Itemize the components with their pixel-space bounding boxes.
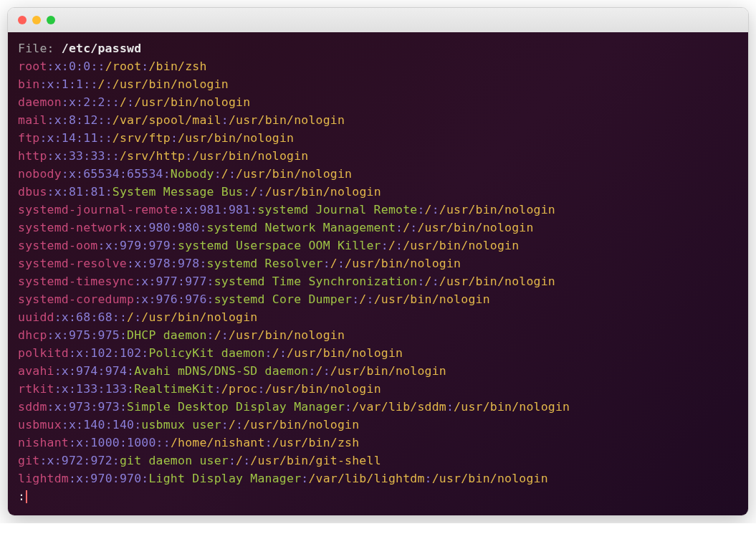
field-shell: /usr/bin/nologin [417, 221, 533, 234]
field-home: / [359, 292, 366, 306]
field-gid: 1 [76, 77, 83, 91]
field-uid: 980 [148, 221, 170, 234]
field-user: nishant [18, 436, 69, 449]
prompt-char: : [18, 490, 25, 503]
passwd-entry: systemd-journal-remote:x:981:981:systemd… [18, 201, 738, 219]
passwd-entry: root:x:0:0::/root:/bin/zsh [18, 57, 738, 75]
field-shell: /usr/bin/nologin [439, 203, 555, 216]
field-uid: 977 [156, 275, 178, 288]
field-passwd: x [141, 275, 148, 288]
field-shell: /usr/bin/nologin [192, 149, 308, 163]
field-home: / [98, 77, 105, 91]
field-home: /var/lib/sddm [352, 400, 446, 414]
field-shell: /usr/bin/nologin [178, 131, 294, 145]
passwd-entry: nobody:x:65534:65534:Nobody:/:/usr/bin/n… [18, 165, 738, 183]
field-uid: 140 [83, 418, 105, 432]
field-user: avahi [18, 364, 54, 378]
field-home: / [316, 364, 323, 378]
field-uid: 81 [69, 185, 83, 199]
field-passwd: x [76, 472, 83, 485]
field-uid: 14 [62, 131, 76, 145]
field-gid: 11 [83, 131, 97, 145]
field-shell: /bin/zsh [148, 59, 206, 73]
passwd-entry: http:x:33:33::/srv/http:/usr/bin/nologin [18, 147, 738, 165]
field-passwd: x [69, 418, 76, 432]
field-shell: /usr/bin/nologin [236, 167, 352, 181]
passwd-entry: systemd-oom:x:979:979:systemd Userspace … [18, 237, 738, 254]
field-uid: 974 [76, 364, 97, 378]
field-uid: 970 [90, 472, 112, 485]
passwd-entry: usbmux:x:140:140:usbmux user:/:/usr/bin/… [18, 416, 738, 434]
field-passwd: x [54, 400, 62, 414]
field-home: /var/lib/lightdm [308, 472, 424, 485]
field-uid: 133 [76, 382, 97, 396]
passwd-entry: rtkit:x:133:133:RealtimeKit:/proc:/usr/b… [18, 380, 738, 398]
field-home: / [388, 239, 396, 252]
field-uid: 102 [90, 346, 112, 360]
field-shell: /usr/bin/nologin [454, 400, 570, 414]
field-gid: 133 [105, 382, 127, 396]
field-home: /var/spool/mail [113, 113, 221, 127]
field-user: bin [18, 77, 39, 91]
field-passwd: x [54, 59, 62, 73]
field-passwd: x [54, 328, 62, 342]
field-gid: 972 [90, 454, 112, 467]
field-uid: 981 [199, 203, 221, 216]
passwd-entry: daemon:x:2:2::/:/usr/bin/nologin [18, 93, 738, 111]
field-gid: 2 [98, 95, 105, 109]
field-home: /proc [221, 382, 258, 396]
maximize-button[interactable] [47, 16, 55, 24]
field-gid: 102 [120, 346, 141, 360]
field-shell: /usr/bin/nologin [287, 346, 403, 360]
terminal-body[interactable]: File: /etc/passwd root:x:0:0::/root:/bin… [8, 32, 748, 515]
field-home: / [120, 95, 127, 109]
field-gid: 974 [105, 364, 127, 378]
field-shell: /usr/bin/nologin [229, 328, 345, 342]
passwd-entry: uuidd:x:68:68::/:/usr/bin/nologin [18, 308, 738, 326]
field-uid: 0 [69, 59, 76, 73]
prompt-line[interactable]: : [18, 487, 738, 505]
passwd-entry: systemd-resolve:x:978:978:systemd Resolv… [18, 254, 738, 272]
field-gid: 81 [90, 185, 105, 199]
field-gid: 65534 [127, 167, 163, 181]
field-home: / [330, 257, 338, 270]
field-shell: /usr/bin/nologin [439, 275, 555, 288]
field-home: / [403, 221, 410, 234]
field-home: / [214, 328, 221, 342]
field-user: http [18, 149, 47, 163]
file-label: File: [18, 42, 62, 55]
field-user: systemd-resolve [18, 257, 127, 270]
passwd-entry: avahi:x:974:974:Avahi mDNS/DNS-SD daemon… [18, 362, 738, 380]
field-uid: 8 [69, 113, 76, 127]
field-passwd: x [141, 292, 148, 306]
field-uid: 979 [120, 239, 141, 252]
field-user: dbus [18, 185, 47, 199]
field-shell: /usr/bin/nologin [374, 292, 490, 306]
field-shell: /usr/bin/nologin [229, 113, 345, 127]
field-uid: 978 [148, 257, 170, 270]
field-uid: 1000 [90, 436, 120, 449]
field-uid: 976 [156, 292, 178, 306]
field-uid: 33 [69, 149, 83, 163]
passwd-entry: polkitd:x:102:102:PolicyKit daemon:/:/us… [18, 344, 738, 362]
field-user: systemd-journal-remote [18, 203, 178, 216]
terminal-window: File: /etc/passwd root:x:0:0::/root:/bin… [7, 7, 749, 516]
field-shell: /usr/bin/nologin [134, 95, 250, 109]
field-user: systemd-network [18, 221, 127, 234]
passwd-entry: ftp:x:14:11::/srv/ftp:/usr/bin/nologin [18, 129, 738, 147]
field-user: root [18, 59, 47, 73]
close-button[interactable] [18, 16, 27, 24]
passwd-entry: dhcp:x:975:975:DHCP daemon:/:/usr/bin/no… [18, 326, 738, 344]
file-header: File: /etc/passwd [18, 39, 738, 57]
field-gid: 140 [113, 418, 134, 432]
minimize-button[interactable] [32, 16, 41, 24]
field-gid: 973 [98, 400, 120, 414]
field-gid: 978 [178, 257, 199, 270]
passwd-entry: sddm:x:973:973:Simple Desktop Display Ma… [18, 398, 738, 416]
field-gid: 979 [148, 239, 170, 252]
window-titlebar [8, 8, 748, 32]
field-gid: 68 [98, 310, 113, 324]
field-shell: /usr/bin/nologin [141, 310, 257, 324]
field-passwd: x [62, 364, 69, 378]
field-user: polkitd [18, 346, 69, 360]
